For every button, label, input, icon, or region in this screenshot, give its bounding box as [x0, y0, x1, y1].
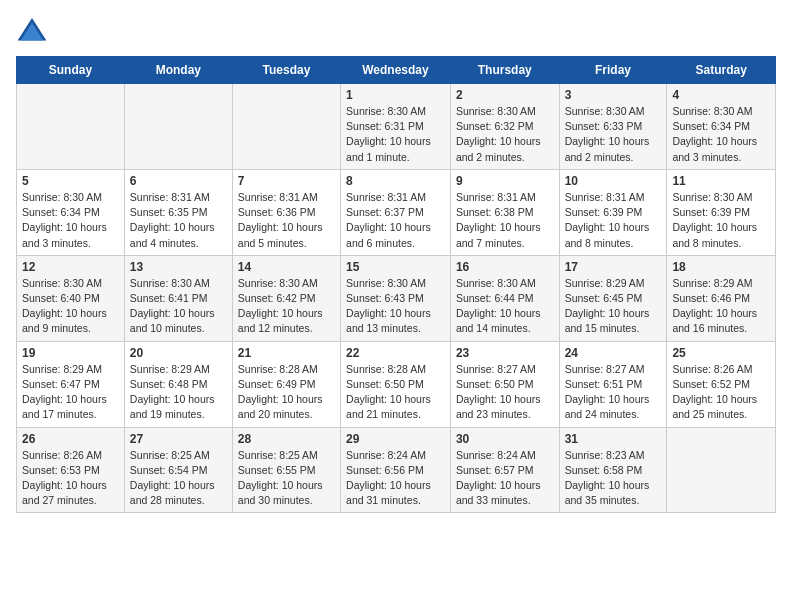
daylight-label: Daylight: 10 hours — [238, 307, 323, 319]
calendar-cell: 11 Sunrise: 8:30 AM Sunset: 6:39 PM Dayl… — [667, 169, 776, 255]
day-number: 20 — [130, 346, 227, 360]
day-info: Sunrise: 8:25 AM Sunset: 6:54 PM Dayligh… — [130, 448, 227, 509]
calendar-week-row: 19 Sunrise: 8:29 AM Sunset: 6:47 PM Dayl… — [17, 341, 776, 427]
daylight-minutes: and 1 minute. — [346, 151, 410, 163]
day-info: Sunrise: 8:30 AM Sunset: 6:41 PM Dayligh… — [130, 276, 227, 337]
day-info: Sunrise: 8:30 AM Sunset: 6:44 PM Dayligh… — [456, 276, 554, 337]
calendar-cell: 22 Sunrise: 8:28 AM Sunset: 6:50 PM Dayl… — [341, 341, 451, 427]
sunset-label: Sunset: 6:49 PM — [238, 378, 316, 390]
sunset-label: Sunset: 6:39 PM — [672, 206, 750, 218]
day-info: Sunrise: 8:30 AM Sunset: 6:34 PM Dayligh… — [672, 104, 770, 165]
daylight-minutes: and 14 minutes. — [456, 322, 531, 334]
sunset-label: Sunset: 6:48 PM — [130, 378, 208, 390]
calendar-cell: 27 Sunrise: 8:25 AM Sunset: 6:54 PM Dayl… — [124, 427, 232, 513]
daylight-minutes: and 6 minutes. — [346, 237, 415, 249]
sunset-label: Sunset: 6:55 PM — [238, 464, 316, 476]
sunset-label: Sunset: 6:47 PM — [22, 378, 100, 390]
calendar-week-row: 12 Sunrise: 8:30 AM Sunset: 6:40 PM Dayl… — [17, 255, 776, 341]
daylight-label: Daylight: 10 hours — [456, 135, 541, 147]
daylight-label: Daylight: 10 hours — [346, 135, 431, 147]
sunrise-label: Sunrise: 8:29 AM — [22, 363, 102, 375]
sunrise-label: Sunrise: 8:25 AM — [238, 449, 318, 461]
day-number: 29 — [346, 432, 445, 446]
calendar-cell: 25 Sunrise: 8:26 AM Sunset: 6:52 PM Dayl… — [667, 341, 776, 427]
daylight-minutes: and 2 minutes. — [456, 151, 525, 163]
day-number: 30 — [456, 432, 554, 446]
sunrise-label: Sunrise: 8:30 AM — [565, 105, 645, 117]
daylight-minutes: and 7 minutes. — [456, 237, 525, 249]
day-info: Sunrise: 8:31 AM Sunset: 6:35 PM Dayligh… — [130, 190, 227, 251]
day-number: 21 — [238, 346, 335, 360]
sunrise-label: Sunrise: 8:31 AM — [346, 191, 426, 203]
daylight-minutes: and 8 minutes. — [672, 237, 741, 249]
day-number: 8 — [346, 174, 445, 188]
calendar-week-row: 1 Sunrise: 8:30 AM Sunset: 6:31 PM Dayli… — [17, 84, 776, 170]
calendar-cell: 15 Sunrise: 8:30 AM Sunset: 6:43 PM Dayl… — [341, 255, 451, 341]
sunrise-label: Sunrise: 8:30 AM — [22, 191, 102, 203]
daylight-label: Daylight: 10 hours — [22, 479, 107, 491]
sunset-label: Sunset: 6:43 PM — [346, 292, 424, 304]
day-info: Sunrise: 8:29 AM Sunset: 6:47 PM Dayligh… — [22, 362, 119, 423]
sunset-label: Sunset: 6:50 PM — [346, 378, 424, 390]
calendar-cell: 19 Sunrise: 8:29 AM Sunset: 6:47 PM Dayl… — [17, 341, 125, 427]
calendar-cell: 30 Sunrise: 8:24 AM Sunset: 6:57 PM Dayl… — [450, 427, 559, 513]
day-number: 22 — [346, 346, 445, 360]
page-header — [16, 16, 776, 44]
day-number: 9 — [456, 174, 554, 188]
calendar-cell: 12 Sunrise: 8:30 AM Sunset: 6:40 PM Dayl… — [17, 255, 125, 341]
day-number: 17 — [565, 260, 662, 274]
weekday-header-thursday: Thursday — [450, 57, 559, 84]
calendar-cell: 5 Sunrise: 8:30 AM Sunset: 6:34 PM Dayli… — [17, 169, 125, 255]
day-info: Sunrise: 8:31 AM Sunset: 6:36 PM Dayligh… — [238, 190, 335, 251]
day-info: Sunrise: 8:28 AM Sunset: 6:50 PM Dayligh… — [346, 362, 445, 423]
daylight-label: Daylight: 10 hours — [565, 135, 650, 147]
daylight-label: Daylight: 10 hours — [456, 221, 541, 233]
day-info: Sunrise: 8:29 AM Sunset: 6:46 PM Dayligh… — [672, 276, 770, 337]
calendar-cell: 8 Sunrise: 8:31 AM Sunset: 6:37 PM Dayli… — [341, 169, 451, 255]
daylight-label: Daylight: 10 hours — [672, 307, 757, 319]
daylight-minutes: and 12 minutes. — [238, 322, 313, 334]
weekday-header-sunday: Sunday — [17, 57, 125, 84]
sunrise-label: Sunrise: 8:31 AM — [130, 191, 210, 203]
calendar-cell: 24 Sunrise: 8:27 AM Sunset: 6:51 PM Dayl… — [559, 341, 667, 427]
sunrise-label: Sunrise: 8:30 AM — [672, 105, 752, 117]
sunrise-label: Sunrise: 8:28 AM — [238, 363, 318, 375]
sunset-label: Sunset: 6:50 PM — [456, 378, 534, 390]
sunset-label: Sunset: 6:54 PM — [130, 464, 208, 476]
day-info: Sunrise: 8:31 AM Sunset: 6:37 PM Dayligh… — [346, 190, 445, 251]
daylight-label: Daylight: 10 hours — [22, 393, 107, 405]
calendar-table: SundayMondayTuesdayWednesdayThursdayFrid… — [16, 56, 776, 513]
calendar-cell: 16 Sunrise: 8:30 AM Sunset: 6:44 PM Dayl… — [450, 255, 559, 341]
day-number: 28 — [238, 432, 335, 446]
day-number: 1 — [346, 88, 445, 102]
daylight-label: Daylight: 10 hours — [22, 221, 107, 233]
day-info: Sunrise: 8:26 AM Sunset: 6:53 PM Dayligh… — [22, 448, 119, 509]
weekday-header-wednesday: Wednesday — [341, 57, 451, 84]
sunrise-label: Sunrise: 8:31 AM — [238, 191, 318, 203]
daylight-label: Daylight: 10 hours — [130, 393, 215, 405]
day-info: Sunrise: 8:30 AM Sunset: 6:33 PM Dayligh… — [565, 104, 662, 165]
calendar-cell: 21 Sunrise: 8:28 AM Sunset: 6:49 PM Dayl… — [232, 341, 340, 427]
day-info: Sunrise: 8:30 AM Sunset: 6:43 PM Dayligh… — [346, 276, 445, 337]
daylight-minutes: and 8 minutes. — [565, 237, 634, 249]
sunset-label: Sunset: 6:34 PM — [672, 120, 750, 132]
day-info: Sunrise: 8:27 AM Sunset: 6:50 PM Dayligh… — [456, 362, 554, 423]
weekday-header-monday: Monday — [124, 57, 232, 84]
sunrise-label: Sunrise: 8:27 AM — [565, 363, 645, 375]
calendar-cell: 20 Sunrise: 8:29 AM Sunset: 6:48 PM Dayl… — [124, 341, 232, 427]
daylight-label: Daylight: 10 hours — [672, 135, 757, 147]
sunset-label: Sunset: 6:32 PM — [456, 120, 534, 132]
calendar-cell: 9 Sunrise: 8:31 AM Sunset: 6:38 PM Dayli… — [450, 169, 559, 255]
sunset-label: Sunset: 6:41 PM — [130, 292, 208, 304]
daylight-minutes: and 20 minutes. — [238, 408, 313, 420]
sunrise-label: Sunrise: 8:31 AM — [456, 191, 536, 203]
daylight-label: Daylight: 10 hours — [22, 307, 107, 319]
daylight-label: Daylight: 10 hours — [238, 479, 323, 491]
sunset-label: Sunset: 6:39 PM — [565, 206, 643, 218]
day-number: 15 — [346, 260, 445, 274]
daylight-label: Daylight: 10 hours — [565, 393, 650, 405]
calendar-cell: 3 Sunrise: 8:30 AM Sunset: 6:33 PM Dayli… — [559, 84, 667, 170]
daylight-label: Daylight: 10 hours — [238, 393, 323, 405]
sunset-label: Sunset: 6:31 PM — [346, 120, 424, 132]
daylight-label: Daylight: 10 hours — [456, 393, 541, 405]
